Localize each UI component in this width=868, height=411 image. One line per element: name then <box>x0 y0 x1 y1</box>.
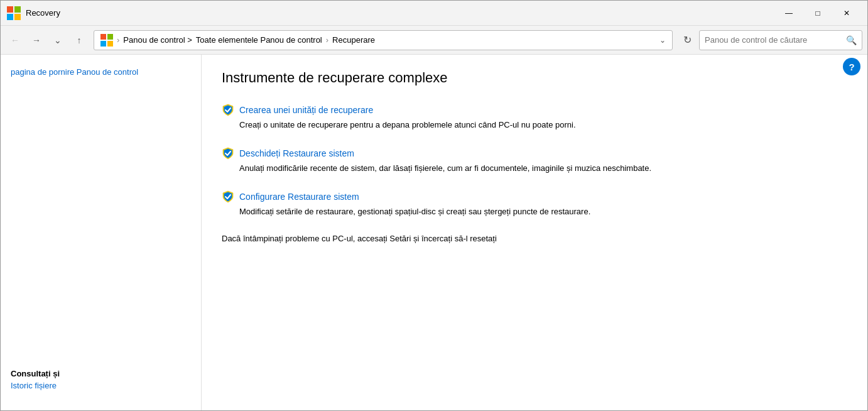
svg-marker-0 <box>7 6 13 13</box>
path-current: Recuperare <box>332 35 375 45</box>
shield-icon-2 <box>222 147 234 160</box>
back-button[interactable]: ← <box>6 31 24 50</box>
window-title: Recovery <box>26 8 774 18</box>
search-bar[interactable]: 🔍 <box>699 30 862 50</box>
minimize-button[interactable]: — <box>774 3 803 23</box>
reset-notice-text: Dacă întâmpinați probleme cu PC-ul, acce… <box>222 234 497 243</box>
sidebar: pagina de pornire Panou de control ? Con… <box>1 55 202 411</box>
sidebar-file-history-link[interactable]: Istoric fișiere <box>11 381 60 390</box>
create-recovery-link[interactable]: Crearea unei unități de recuperare <box>239 105 373 115</box>
close-button[interactable]: ✕ <box>832 3 861 23</box>
page-title: Instrumente de recuperare complexe <box>222 70 847 86</box>
configure-restore-link[interactable]: Configurare Restaurare sistem <box>239 192 359 202</box>
app-icon <box>7 6 21 20</box>
sidebar-home-link[interactable]: pagina de pornire Panou de control <box>11 67 191 77</box>
path-separator-2: › <box>326 35 328 45</box>
address-path[interactable]: › Panou de control > Toate elementele Pa… <box>94 30 673 50</box>
help-button[interactable]: ? <box>843 58 860 75</box>
shield-icon-1 <box>222 104 234 116</box>
create-recovery-desc: Creați o unitate de recuperare pentru a … <box>222 120 847 129</box>
path-segment-2[interactable]: Toate elementele Panou de control <box>196 35 322 45</box>
search-input[interactable] <box>705 35 842 45</box>
recent-locations-button[interactable]: ⌄ <box>48 31 67 50</box>
svg-marker-7 <box>107 41 113 47</box>
open-restore-link[interactable]: Deschideți Restaurare sistem <box>239 148 354 158</box>
svg-marker-5 <box>107 34 113 40</box>
search-icon: 🔍 <box>846 35 857 45</box>
recovery-item-create-title-row: Crearea unei unități de recuperare <box>222 104 847 116</box>
refresh-button[interactable]: ↻ <box>678 31 697 50</box>
path-icon <box>100 34 113 47</box>
recovery-item-configure-restore-title-row: Configurare Restaurare sistem <box>222 190 847 203</box>
forward-button[interactable]: → <box>27 31 46 50</box>
svg-marker-3 <box>14 14 21 20</box>
configure-restore-desc: Modificați setările de restaurare, gesti… <box>222 207 847 216</box>
shield-icon-3 <box>222 190 234 203</box>
see-also-label: Consultați și <box>11 369 60 378</box>
recovery-item-open-restore: Deschideți Restaurare sistem Anulați mod… <box>222 147 847 173</box>
recovery-item-configure-restore: Configurare Restaurare sistem Modificați… <box>222 190 847 216</box>
svg-marker-2 <box>7 14 13 20</box>
window-controls: — □ ✕ <box>774 3 861 23</box>
sidebar-see-also: Consultați și Istoric fișiere <box>11 369 60 393</box>
up-button[interactable]: ↑ <box>70 31 89 50</box>
maximize-button[interactable]: □ <box>803 3 832 23</box>
svg-marker-1 <box>14 6 21 13</box>
svg-marker-4 <box>100 34 106 40</box>
path-dropdown-icon[interactable]: ⌄ <box>659 36 666 45</box>
path-separator-1: › <box>117 35 119 45</box>
reset-notice: Dacă întâmpinați probleme cu PC-ul, acce… <box>222 234 847 243</box>
recovery-item-open-restore-title-row: Deschideți Restaurare sistem <box>222 147 847 160</box>
title-bar: Recovery — □ ✕ <box>1 1 867 26</box>
main-content: Instrumente de recuperare complexe Crear… <box>202 55 867 411</box>
address-bar: ← → ⌄ ↑ › Panou de control > Toate eleme… <box>1 26 867 55</box>
open-restore-desc: Anulați modificările recente de sistem, … <box>222 163 847 173</box>
main-layout: pagina de pornire Panou de control ? Con… <box>1 55 867 411</box>
svg-marker-6 <box>100 41 106 47</box>
recovery-item-create: Crearea unei unități de recuperare Creaț… <box>222 104 847 129</box>
path-segment-1[interactable]: Panou de control > <box>123 35 192 45</box>
